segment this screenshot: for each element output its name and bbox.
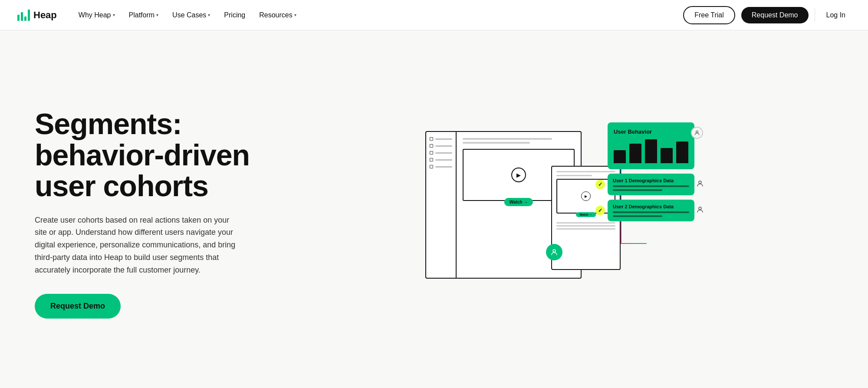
logo[interactable]: Heap — [17, 10, 57, 21]
mobile-bottom-lines — [556, 222, 615, 230]
user-behavior-card: User Behavior — [608, 122, 694, 169]
illustration-container: ▶ Watch → ▶ Watch → — [425, 122, 694, 305]
sidebar-bar — [435, 159, 452, 161]
chart-bar — [629, 144, 641, 163]
sidebar-line — [430, 158, 452, 161]
chevron-down-icon: ▾ — [113, 13, 115, 17]
sidebar-dot — [430, 165, 433, 168]
content-lines — [463, 138, 575, 144]
user1-demographics-card: User 1 Demographics Data — [608, 174, 694, 195]
sidebar-bar — [435, 152, 452, 154]
user2-demographics-card: User 2 Demographics Data — [608, 200, 694, 221]
mobile-line — [556, 175, 592, 176]
card-line — [613, 215, 662, 217]
nav-link-resources[interactable]: Resources ▾ — [253, 8, 302, 23]
user-icon-right-2 — [696, 206, 704, 215]
connector-line-h2 — [621, 243, 647, 244]
svg-point-1 — [696, 131, 698, 133]
mobile-line — [556, 171, 615, 172]
card-line — [613, 211, 689, 213]
navbar: Heap Why Heap ▾ Platform ▾ Use Cases ▾ P… — [0, 0, 868, 30]
sidebar-line — [430, 165, 452, 168]
hero-description: Create user cohorts based on real action… — [35, 214, 243, 276]
chart-bar — [676, 141, 688, 163]
hero-illustration: ▶ Watch → ▶ Watch → — [286, 105, 833, 322]
card-line — [613, 185, 689, 187]
sidebar-line — [430, 137, 452, 141]
svg-point-2 — [699, 181, 701, 184]
request-demo-hero-button[interactable]: Request Demo — [35, 294, 121, 319]
user-icon-right-1 — [696, 180, 704, 189]
logo-icon — [17, 10, 30, 21]
chevron-down-icon: ▾ — [208, 13, 210, 17]
chevron-down-icon: ▾ — [294, 13, 296, 17]
mobile-video-box: ▶ Watch → — [556, 179, 615, 214]
nav-link-platform[interactable]: Platform ▾ — [123, 8, 165, 23]
hero-title: Segments: behavior-driven user cohorts — [35, 109, 260, 201]
user-behavior-title: User Behavior — [614, 128, 688, 135]
user2-card-wrapper: ✓ User 2 Demographics Data — [608, 200, 694, 221]
user-icon-right — [691, 127, 703, 139]
right-panel: User Behavior — [608, 122, 694, 221]
sidebar-bar — [435, 138, 452, 140]
nav-divider — [815, 8, 815, 22]
sidebar-wireframe — [426, 132, 457, 278]
mobile-play-icon: ▶ — [581, 191, 591, 201]
nav-link-pricing[interactable]: Pricing — [218, 8, 251, 23]
card-line — [613, 189, 662, 191]
sidebar-line — [430, 151, 452, 155]
chart-bar — [614, 150, 626, 163]
check-badge-2: ✓ — [595, 206, 605, 215]
mobile-line — [556, 222, 615, 224]
user1-card-title: User 1 Demographics Data — [613, 178, 689, 183]
hero-section: Segments: behavior-driven user cohorts C… — [0, 30, 868, 388]
user-avatar-icon — [546, 244, 562, 260]
logo-text: Heap — [33, 10, 57, 21]
sidebar-bar — [435, 145, 452, 147]
sidebar-dot — [430, 151, 433, 155]
nav-link-use-cases[interactable]: Use Cases ▾ — [166, 8, 216, 23]
hero-content: Segments: behavior-driven user cohorts C… — [35, 109, 260, 318]
chart-bars — [614, 139, 688, 163]
chart-bar — [645, 139, 657, 163]
watch-tag: Watch → — [504, 198, 533, 206]
request-demo-nav-button[interactable]: Request Demo — [741, 7, 809, 23]
nav-links: Why Heap ▾ Platform ▾ Use Cases ▾ Pricin… — [72, 8, 683, 23]
sidebar-line — [430, 144, 452, 148]
play-button-icon: ▶ — [511, 168, 526, 182]
nav-link-why-heap[interactable]: Why Heap ▾ — [72, 8, 121, 23]
user2-card-title: User 2 Demographics Data — [613, 204, 689, 209]
mobile-line — [556, 228, 615, 230]
svg-point-3 — [699, 207, 701, 210]
sidebar-dot — [430, 137, 433, 141]
check-badge-1: ✓ — [595, 180, 605, 189]
sidebar-bar — [435, 166, 452, 168]
user1-card-wrapper: ✓ User 1 Demographics Data — [608, 174, 694, 195]
content-line — [463, 138, 552, 140]
svg-point-0 — [553, 250, 556, 252]
nav-actions: Free Trial Request Demo Log In — [683, 6, 851, 24]
free-trial-button[interactable]: Free Trial — [683, 6, 735, 24]
login-button[interactable]: Log In — [821, 8, 851, 23]
content-line — [463, 142, 530, 144]
sidebar-dot — [430, 144, 433, 148]
mobile-watch-tag: Watch → — [576, 212, 596, 217]
chevron-down-icon: ▾ — [156, 13, 158, 17]
chart-bar — [661, 148, 673, 163]
sidebar-dot — [430, 158, 433, 161]
mobile-line — [556, 225, 615, 227]
